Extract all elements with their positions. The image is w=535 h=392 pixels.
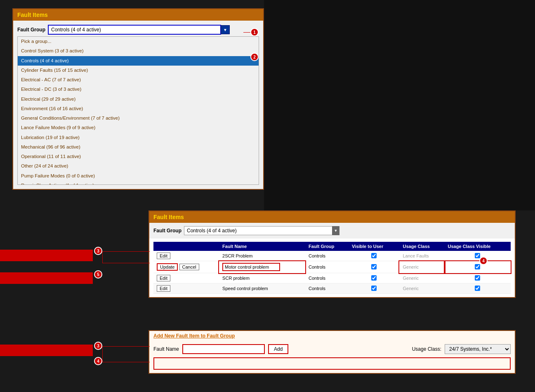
dropdown-arrow-top[interactable]: ▼ xyxy=(221,25,230,34)
fault-group-select-top[interactable]: Pick a group...Control System (3 of 3 ac… xyxy=(48,25,221,35)
fault-group-dropdown-container: Pick a group...Control System (3 of 3 ac… xyxy=(48,25,230,35)
edit-button[interactable]: Edit xyxy=(157,275,170,281)
usage-class-visible-checkbox[interactable] xyxy=(475,286,480,291)
table-cell-visible-user xyxy=(349,251,400,261)
badge-2: 2 xyxy=(250,53,259,61)
table-cell-usage-class-visible xyxy=(445,261,511,273)
fault-items-table-container: Fault Name Fault Group Visible to User U… xyxy=(149,239,515,297)
usage-class-select-bottom[interactable]: 24/7 Systems, Inc.* xyxy=(445,344,511,354)
table-cell-visible-user xyxy=(349,273,400,283)
table-cell-visible-user xyxy=(349,261,400,273)
dropdown-list-item[interactable]: Mechanical (96 of 96 active) xyxy=(18,142,259,152)
table-cell-fault-name: Speed control problem xyxy=(219,283,305,294)
dropdown-arrow-middle[interactable]: ▼ xyxy=(332,226,339,235)
dropdown-list-item[interactable]: Repair Shop Actions (1 of 1 active) xyxy=(18,181,259,185)
col-header-action xyxy=(153,242,219,251)
badge-3-top: 3 xyxy=(94,247,102,255)
col-header-visible-user: Visible to User xyxy=(349,242,400,251)
col-header-fault-group: Fault Group xyxy=(305,242,349,251)
panel-fault-items-middle: Fault Items Fault Group Controls (4 of 4… xyxy=(148,210,516,298)
cancel-button[interactable]: Cancel xyxy=(179,264,199,270)
table-cell-usage-class-visible xyxy=(445,273,511,283)
table-cell-visible-user xyxy=(349,283,400,294)
edit-button[interactable]: Edit xyxy=(157,253,170,259)
col-header-usage-class-visible: Usage Class Visible xyxy=(445,242,511,251)
fault-name-edit-input[interactable] xyxy=(222,263,280,271)
badge-4-bottom: 4 xyxy=(94,357,102,365)
badge-5: 5 xyxy=(94,270,102,279)
col-header-fault-name: Fault Name xyxy=(219,242,305,251)
badge-4-top: 4 xyxy=(479,257,488,265)
update-button[interactable]: Update xyxy=(157,263,178,271)
table-cell-fault-name: 2SCR Problem xyxy=(219,251,305,261)
table-cell-usage-class: Generic xyxy=(399,261,444,273)
add-fault-title: Add New Fault Item to Fault Group xyxy=(153,333,235,339)
bottom-red-box xyxy=(153,357,511,370)
dropdown-list-item[interactable]: Control System (3 of 3 active) xyxy=(18,46,259,56)
dropdown-open-list: Pick a group...Control System (3 of 3 ac… xyxy=(17,36,259,185)
dropdown-list-item[interactable]: Electrical - DC (3 of 3 active) xyxy=(18,85,259,94)
fault-name-label-bottom: Fault Name xyxy=(153,346,179,352)
fault-group-select-middle[interactable]: Controls (4 of 4 active) xyxy=(184,226,332,235)
visible-user-checkbox[interactable] xyxy=(371,253,377,258)
table-cell-fault-group: Controls xyxy=(305,283,349,294)
visible-user-checkbox[interactable] xyxy=(371,286,377,291)
table-cell-action: Edit xyxy=(153,251,219,261)
fault-group-label-top: Fault Group xyxy=(17,27,45,33)
dropdown-list-item[interactable]: Electrical (29 of 29 active) xyxy=(18,94,259,104)
usage-class-visible-checkbox[interactable] xyxy=(475,275,480,281)
dropdown-list-item[interactable]: General Conditions/Environment (7 of 7 a… xyxy=(18,113,259,123)
dropdown-list-item[interactable]: Pick a group... xyxy=(18,37,259,46)
dropdown-list-item[interactable]: Controls (4 of 4 active) xyxy=(18,56,259,66)
fault-group-label-middle: Fault Group xyxy=(153,228,181,234)
fault-items-table: Fault Name Fault Group Visible to User U… xyxy=(153,242,511,294)
dropdown-list-item[interactable]: Environment (16 of 16 active) xyxy=(18,104,259,113)
dropdown-list-item[interactable]: Operational (11 of 11 active) xyxy=(18,152,259,161)
visible-user-checkbox[interactable] xyxy=(371,264,377,269)
table-cell-usage-class: Generic xyxy=(399,273,444,283)
dropdown-list-item[interactable]: Cylinder Faults (15 of 15 active) xyxy=(18,66,259,75)
panel-middle-title: Fault Items xyxy=(149,211,515,223)
badge-1: 1 xyxy=(250,28,259,36)
table-cell-action: Update Cancel xyxy=(153,261,219,273)
panel-add-fault-item: Add New Fault Item to Fault Group Fault … xyxy=(148,330,516,374)
table-cell-usage-class: Lance Faults xyxy=(399,251,444,261)
table-cell-action: Edit xyxy=(153,283,219,294)
dropdown-list-item[interactable]: Pump Failure Modes (0 of 0 active) xyxy=(18,171,259,181)
fault-name-input[interactable] xyxy=(182,344,265,354)
usage-class-visible-checkbox[interactable] xyxy=(475,264,480,269)
usage-class-visible-checkbox[interactable] xyxy=(475,253,480,258)
panel-bottom-body: Fault Name Add Usage Class: 24/7 Systems… xyxy=(149,341,515,357)
visible-user-checkbox[interactable] xyxy=(371,275,377,281)
panel-top-title: Fault Items xyxy=(13,9,263,21)
table-cell-fault-group: Controls xyxy=(305,261,349,273)
table-cell-usage-class: Generic xyxy=(399,283,444,294)
table-cell-usage-class-visible xyxy=(445,251,511,261)
col-header-usage-class: Usage Class xyxy=(399,242,444,251)
table-cell-fault-group: Controls xyxy=(305,251,349,261)
table-cell-usage-class-visible xyxy=(445,283,511,294)
table-cell-fault-name: SCR problem xyxy=(219,273,305,283)
dropdown-list-item[interactable]: Lubrication (19 of 19 active) xyxy=(18,133,259,142)
edit-button[interactable]: Edit xyxy=(157,285,170,292)
table-cell-fault-group: Controls xyxy=(305,273,349,283)
dropdown-list-item[interactable]: Lance Failure Modes (9 of 9 active) xyxy=(18,123,259,132)
panel-bottom-header: Add New Fault Item to Fault Group xyxy=(149,331,515,341)
usage-class-label-bottom: Usage Class: xyxy=(412,346,441,352)
table-cell-fault-name xyxy=(219,261,305,273)
add-button[interactable]: Add xyxy=(268,344,288,354)
badge-3-bottom: 3 xyxy=(94,342,102,350)
table-cell-action: Edit xyxy=(153,273,219,283)
dropdown-list-item[interactable]: Electrical - AC (7 of 7 active) xyxy=(18,75,259,85)
dropdown-list-item[interactable]: Other (24 of 24 active) xyxy=(18,161,259,171)
panel-fault-items-top: Fault Items Fault Group Pick a group...C… xyxy=(12,8,264,190)
